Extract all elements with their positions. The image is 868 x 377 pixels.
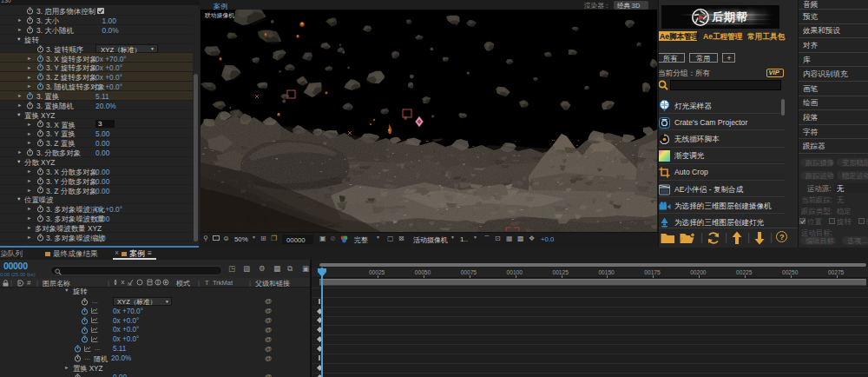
- svg-text:联动摄像机: 联动摄像机: [205, 12, 234, 18]
- svg-text:fx: fx: [128, 281, 132, 287]
